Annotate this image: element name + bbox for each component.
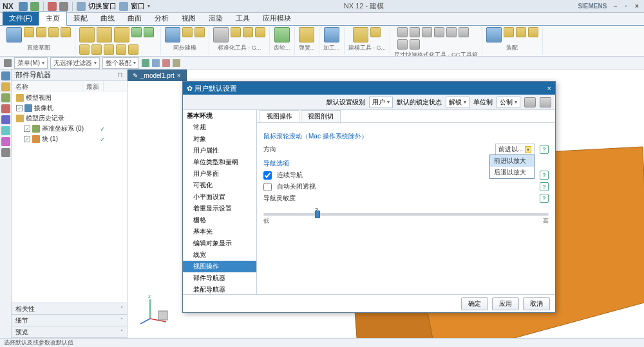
dim1-button[interactable] (397, 27, 408, 37)
window-icon[interactable] (119, 2, 128, 11)
dim7-button[interactable] (397, 39, 408, 50)
gear-button[interactable] (274, 27, 290, 42)
unite-button[interactable] (144, 27, 154, 37)
pattern-button[interactable] (131, 27, 142, 37)
direction-dropdown[interactable]: 前进以...▾ 前进以放大 后退以放大 (495, 144, 535, 155)
minimize-button[interactable]: – (611, 3, 620, 10)
category-node[interactable]: 线宽 (183, 249, 256, 261)
file-tab-model1[interactable]: ✎ _model1.prt × (128, 70, 187, 81)
visibility-checkbox[interactable]: ✓ (24, 136, 30, 142)
section-details[interactable]: 细节˅ (12, 315, 127, 326)
continuous-nav-checkbox[interactable] (263, 171, 272, 180)
file-tab[interactable]: 文件(F) (3, 12, 39, 25)
trim-button[interactable] (116, 44, 126, 55)
replace-face-button[interactable] (194, 27, 205, 37)
sel-icon-2[interactable] (152, 59, 160, 67)
category-node[interactable]: 视图操作 (183, 261, 256, 272)
dim3-button[interactable] (422, 27, 432, 37)
qat-copy-icon[interactable] (59, 2, 68, 11)
tab-assembly[interactable]: 装配 (67, 12, 94, 25)
find-button[interactable] (524, 97, 536, 108)
dim6-button[interactable] (459, 27, 469, 37)
mod-button[interactable] (353, 27, 368, 42)
sel-icon-1[interactable] (142, 59, 149, 67)
category-node[interactable]: 基本环境 (183, 110, 256, 122)
rect-button[interactable] (24, 27, 34, 37)
asm3-button[interactable] (516, 27, 526, 37)
sel-icon-4[interactable] (173, 59, 180, 67)
category-node[interactable]: 基本光 (183, 226, 256, 238)
subtab-view-ops[interactable]: 视图操作 (260, 110, 299, 122)
window-label[interactable]: 窗口 (131, 1, 145, 11)
spring-button[interactable] (299, 27, 314, 42)
shell-button[interactable] (79, 44, 90, 55)
section-deps[interactable]: 相关性˅ (12, 303, 127, 315)
scope-combo[interactable]: 整个装配 ▾ (102, 57, 139, 69)
line-button[interactable] (48, 27, 59, 37)
tab-analysis[interactable]: 分析 (148, 12, 175, 25)
menu-button[interactable]: 菜单(M) ▾ (14, 57, 48, 69)
asm4-button[interactable] (528, 27, 538, 37)
std4-button[interactable] (255, 27, 265, 37)
hole-button[interactable] (114, 27, 129, 42)
help-icon[interactable]: ? (540, 194, 549, 203)
file-tab-close-icon[interactable]: × (177, 72, 181, 79)
qat-cut-icon[interactable] (48, 2, 57, 11)
tree-row[interactable]: ✓块 (1)✓ (14, 134, 124, 144)
constraint-nav-icon[interactable] (1, 93, 10, 102)
arc-button[interactable] (61, 27, 71, 37)
help-icon[interactable]: ? (540, 182, 549, 191)
category-node[interactable]: 小平面设置 (183, 191, 256, 203)
menu-icon[interactable] (4, 59, 12, 67)
switch-window-label[interactable]: 切换窗口 (88, 1, 117, 11)
dialog-close-icon[interactable]: × (547, 84, 551, 92)
cancel-button[interactable]: 取消 (523, 297, 550, 310)
category-node[interactable]: 编辑对象显示 (183, 238, 256, 249)
reuse-icon[interactable] (1, 104, 10, 113)
tree-row[interactable]: 模型视图 (14, 93, 124, 103)
category-node[interactable]: 可视化 (183, 180, 256, 191)
apply-button[interactable]: 应用 (492, 297, 519, 310)
ok-button[interactable]: 确定 (461, 297, 488, 310)
maximize-button[interactable]: ▫ (621, 3, 630, 10)
nav-tree[interactable]: 模型视图✓摄像机模型历史记录✓基准坐标系 (0)✓✓块 (1)✓ (12, 91, 127, 303)
dd-item-back-zoom-in[interactable]: 后退以放大 (490, 167, 534, 178)
tab-tools[interactable]: 工具 (229, 12, 256, 25)
category-node[interactable]: 单位类型和量纲 (183, 156, 256, 168)
tab-surface[interactable]: 曲面 (121, 12, 148, 25)
tab-application[interactable]: 应用模块 (256, 12, 298, 25)
std-button[interactable] (213, 27, 229, 42)
sel-icon-3[interactable] (162, 59, 170, 67)
dd-item-forward-zoom-in[interactable]: 前进以放大 (490, 155, 534, 167)
qat-undo-icon[interactable] (30, 2, 39, 11)
tab-curve[interactable]: 曲线 (94, 12, 121, 25)
dim8-button[interactable] (410, 39, 420, 50)
dim4-button[interactable] (434, 27, 444, 37)
blend-button[interactable] (91, 44, 102, 55)
part-nav-icon[interactable] (1, 71, 10, 80)
lock-combo[interactable]: 解锁▾ (446, 97, 469, 108)
asm2-button[interactable] (504, 27, 514, 37)
dim2-button[interactable] (410, 27, 420, 37)
category-node[interactable]: 常规 (183, 122, 256, 133)
tab-view[interactable]: 视图 (175, 12, 202, 25)
roles-icon[interactable] (1, 148, 10, 157)
category-node[interactable]: 栅格 (183, 214, 256, 226)
browser-icon[interactable] (1, 126, 10, 135)
extrude-button[interactable] (97, 27, 112, 42)
tab-home[interactable]: 主页 (39, 11, 67, 26)
auto-close-checkbox[interactable] (263, 183, 272, 191)
category-node[interactable]: 用户属性 (183, 145, 256, 156)
section-preview[interactable]: 预览˅ (12, 326, 127, 338)
hd3d-icon[interactable] (1, 115, 10, 124)
unit-combo[interactable]: 公制▾ (497, 97, 520, 108)
datum-button[interactable] (79, 27, 95, 42)
manage-button[interactable] (540, 97, 551, 108)
category-node[interactable]: 着重显示设置 (183, 203, 256, 214)
subtab-view-section[interactable]: 视图剖切 (301, 110, 341, 122)
tab-render[interactable]: 渲染 (202, 12, 229, 25)
move-face-button[interactable] (165, 27, 180, 42)
visibility-checkbox[interactable]: ✓ (16, 105, 23, 111)
col-name[interactable]: 名称 (12, 81, 82, 91)
graphics-viewport[interactable]: ✎ _model1.prt × z ✿ 用户默认设置 (128, 70, 644, 338)
